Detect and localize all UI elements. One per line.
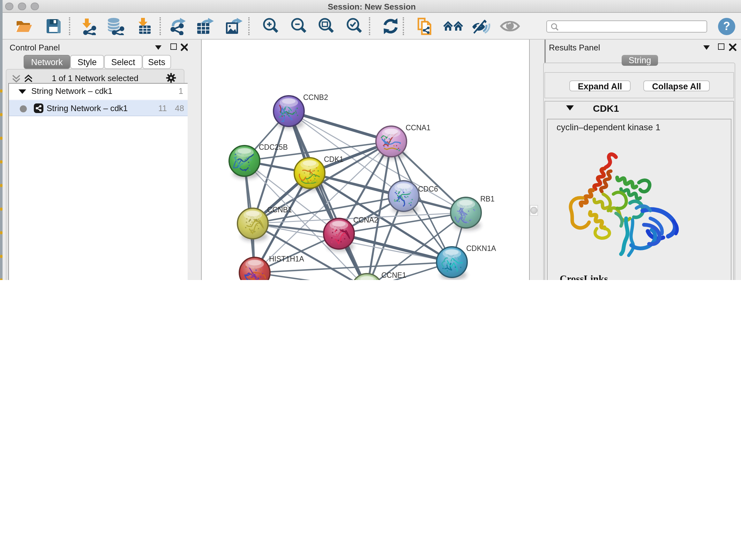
svg-text:HIST1H1A: HIST1H1A — [269, 255, 305, 263]
svg-text:CDKN1A: CDKN1A — [466, 244, 496, 253]
svg-text:CCNA1: CCNA1 — [406, 124, 430, 132]
svg-text:CCNB2: CCNB2 — [303, 93, 328, 102]
svg-text:RB1: RB1 — [480, 195, 495, 203]
svg-text:CDC6: CDC6 — [418, 185, 438, 193]
svg-text:CDC25B: CDC25B — [259, 143, 288, 151]
svg-text:CCNB1: CCNB1 — [267, 206, 292, 214]
svg-text:CCNE1: CCNE1 — [381, 271, 406, 279]
svg-text:CDK1: CDK1 — [324, 155, 343, 164]
svg-text:CCNA2: CCNA2 — [353, 216, 378, 224]
